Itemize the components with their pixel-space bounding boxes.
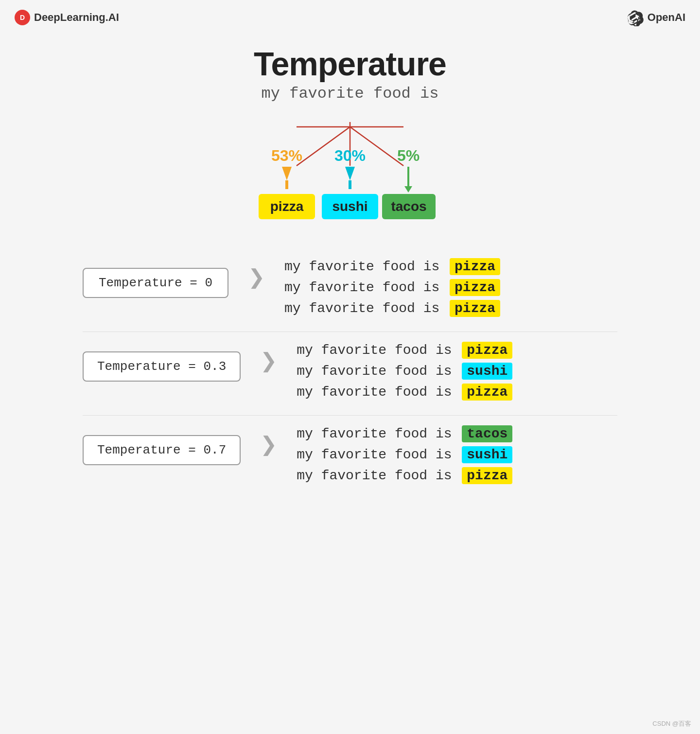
word-highlight: sushi [462,363,512,380]
plain-text: my favorite food is [297,447,460,462]
openai-logo: OpenAI [626,9,685,26]
svg-text:30%: 30% [334,147,366,164]
svg-marker-8 [282,167,292,180]
openai-label: OpenAI [648,11,685,24]
output-line-0-1: my favorite food is pizza [284,279,500,296]
svg-marker-13 [404,186,412,192]
plain-text: my favorite food is [297,468,460,483]
word-highlight: pizza [462,467,512,484]
output-line-0-2: my favorite food is pizza [284,300,500,317]
svg-text:tacos: tacos [391,199,426,214]
subtitle: my favorite food is [262,85,439,103]
temp-section-07: Temperature = 0.7 ❯ my favorite food is … [83,416,617,499]
svg-text:sushi: sushi [332,199,368,214]
svg-rect-11 [349,180,351,189]
deeplearning-logo: D DeepLearning.AI [15,10,119,25]
plain-text: my favorite food is [284,259,448,274]
output-lines-0: my favorite food is pizza my favorite fo… [284,258,500,317]
plain-text: my favorite food is [297,384,460,400]
output-line-07-0: my favorite food is tacos [297,425,512,442]
top-bar: D DeepLearning.AI OpenAI [0,0,700,35]
plain-text: my favorite food is [284,280,448,295]
tree-svg: 53% 30% 5% pizza sushi tacos [228,117,472,234]
word-highlight: pizza [450,300,500,317]
word-highlight: tacos [462,425,512,442]
main-content: Temperature my favorite food is 53% 30% … [0,35,700,499]
temp-box-0: Temperature = 0 [83,268,228,298]
svg-marker-10 [345,167,355,180]
svg-text:pizza: pizza [270,199,304,214]
temp-section-0: Temperature = 0 ❯ my favorite food is pi… [83,248,617,332]
temp-box-03: Temperature = 0.3 [83,351,241,382]
deeplearning-label: DeepLearning.AI [34,11,119,24]
output-line-0-0: my favorite food is pizza [284,258,500,275]
chevron-03: ❯ [260,349,277,372]
svg-text:53%: 53% [271,147,302,164]
sections-container: Temperature = 0 ❯ my favorite food is pi… [83,248,617,499]
word-highlight: pizza [462,342,512,359]
plain-text: my favorite food is [297,364,460,379]
plain-text: my favorite food is [297,343,460,358]
output-line-07-2: my favorite food is pizza [297,467,512,484]
deeplearning-icon: D [15,10,30,25]
chevron-07: ❯ [260,432,277,456]
plain-text: my favorite food is [284,301,448,316]
temp-section-03: Temperature = 0.3 ❯ my favorite food is … [83,332,617,415]
output-line-07-1: my favorite food is sushi [297,446,512,463]
output-line-03-0: my favorite food is pizza [297,342,512,359]
output-line-03-2: my favorite food is pizza [297,384,512,401]
word-highlight: sushi [462,446,512,463]
tree-diagram: 53% 30% 5% pizza sushi tacos [228,117,472,234]
word-highlight: pizza [462,384,512,401]
temp-box-07: Temperature = 0.7 [83,435,241,465]
openai-icon [626,9,644,26]
word-highlight: pizza [450,258,500,275]
chevron-0: ❯ [248,265,265,289]
output-lines-07: my favorite food is tacos my favorite fo… [297,425,512,484]
plain-text: my favorite food is [297,426,460,441]
watermark: CSDN @百客 [652,719,691,728]
output-line-03-1: my favorite food is sushi [297,363,512,380]
output-lines-03: my favorite food is pizza my favorite fo… [297,342,512,401]
svg-rect-9 [285,180,288,189]
page-title: Temperature [254,45,446,83]
svg-text:5%: 5% [397,147,420,164]
word-highlight: pizza [450,279,500,296]
